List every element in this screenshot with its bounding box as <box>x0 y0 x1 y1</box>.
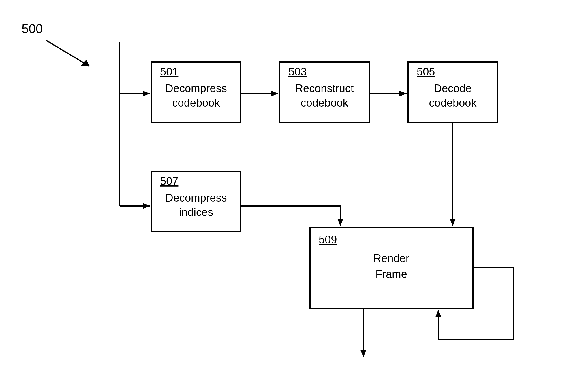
block-507-line1: Decompress <box>165 192 227 204</box>
edge-503-505-head <box>399 91 407 96</box>
block-503-line1: Reconstruct <box>295 82 354 94</box>
block-507-line2: indices <box>179 206 213 218</box>
block-509-num: 509 <box>319 234 337 246</box>
block-505-line1: Decode <box>434 82 472 94</box>
edge-501-503-head <box>271 91 278 96</box>
block-503-line2: codebook <box>301 97 349 109</box>
block-507-num: 507 <box>160 175 178 187</box>
edge-507-509-head <box>337 219 343 226</box>
diagram-ref-label: 500 <box>22 22 43 36</box>
block-507: 507 Decompress indices <box>151 171 241 232</box>
edge-505-509-head <box>450 219 456 226</box>
edge-trunk-501-head <box>143 91 150 96</box>
block-501-line2: codebook <box>172 97 220 109</box>
block-509-line1: Render <box>373 252 410 264</box>
ref-pointer-head <box>81 60 89 66</box>
block-505-num: 505 <box>417 66 435 78</box>
edge-509-out-head <box>360 350 366 357</box>
block-503: 503 Reconstruct codebook <box>280 62 369 122</box>
edge-trunk-507-head <box>143 203 150 209</box>
block-501-line1: Decompress <box>165 82 227 94</box>
block-503-num: 503 <box>288 66 307 78</box>
block-509-line2: Frame <box>375 268 407 280</box>
block-501-num: 501 <box>160 66 178 78</box>
block-505: 505 Decode codebook <box>408 62 497 122</box>
block-501: 501 Decompress codebook <box>151 62 241 122</box>
block-509: 509 Render Frame <box>310 228 473 308</box>
edge-509-loop-head <box>435 310 441 317</box>
block-505-line2: codebook <box>429 97 477 109</box>
process-flow-diagram: 500 501 Decompress codebook 503 Reconstr… <box>0 0 586 392</box>
ref-pointer <box>46 40 89 66</box>
edge-507-509 <box>241 206 340 226</box>
